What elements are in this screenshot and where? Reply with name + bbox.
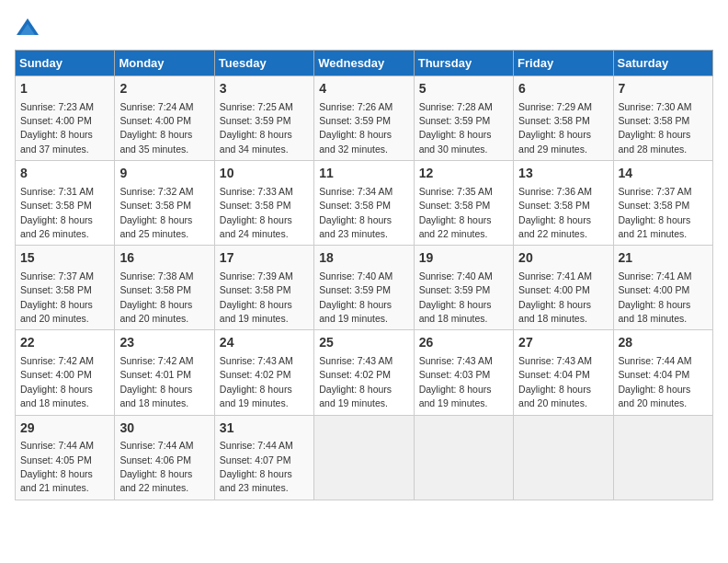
day-info: Sunrise: 7:23 AMSunset: 4:00 PMDaylight:…	[20, 101, 94, 155]
day-info: Sunrise: 7:43 AMSunset: 4:02 PMDaylight:…	[220, 355, 293, 408]
day-info: Sunrise: 7:28 AMSunset: 3:59 PMDaylight:…	[419, 101, 493, 155]
week-row-3: 15Sunrise: 7:37 AMSunset: 3:58 PMDayligh…	[16, 246, 713, 330]
day-info: Sunrise: 7:39 AMSunset: 3:58 PMDaylight:…	[220, 270, 293, 324]
day-cell: 6Sunrise: 7:29 AMSunset: 3:58 PMDaylight…	[514, 76, 613, 161]
day-cell: 7Sunrise: 7:30 AMSunset: 3:58 PMDaylight…	[613, 76, 712, 161]
day-cell: 20Sunrise: 7:41 AMSunset: 4:00 PMDayligh…	[514, 246, 613, 330]
day-cell: 2Sunrise: 7:24 AMSunset: 4:00 PMDaylight…	[115, 76, 214, 161]
day-number: 15	[20, 249, 109, 268]
day-number: 21	[619, 249, 708, 268]
day-info: Sunrise: 7:32 AMSunset: 3:58 PMDaylight:…	[119, 186, 193, 239]
day-info: Sunrise: 7:44 AMSunset: 4:07 PMDaylight:…	[220, 440, 293, 493]
day-cell	[314, 415, 414, 500]
week-row-5: 29Sunrise: 7:44 AMSunset: 4:05 PMDayligh…	[16, 415, 713, 500]
day-number: 25	[319, 334, 408, 352]
day-info: Sunrise: 7:24 AMSunset: 4:00 PMDaylight:…	[119, 101, 193, 155]
day-number: 30	[119, 419, 209, 438]
day-number: 27	[518, 334, 608, 352]
day-cell: 23Sunrise: 7:42 AMSunset: 4:01 PMDayligh…	[115, 330, 214, 415]
day-number: 12	[419, 165, 508, 183]
logo-icon	[15, 15, 40, 40]
day-info: Sunrise: 7:42 AMSunset: 4:00 PMDaylight:…	[20, 355, 94, 408]
day-number: 23	[119, 334, 209, 352]
header-row: SundayMondayTuesdayWednesdayThursdayFrid…	[16, 51, 713, 76]
day-info: Sunrise: 7:40 AMSunset: 3:59 PMDaylight:…	[419, 270, 493, 324]
day-cell	[514, 415, 613, 500]
day-cell: 22Sunrise: 7:42 AMSunset: 4:00 PMDayligh…	[16, 330, 115, 415]
calendar-table: SundayMondayTuesdayWednesdayThursdayFrid…	[15, 50, 713, 500]
day-number: 3	[220, 80, 309, 98]
day-info: Sunrise: 7:34 AMSunset: 3:58 PMDaylight:…	[319, 186, 392, 239]
day-cell: 18Sunrise: 7:40 AMSunset: 3:59 PMDayligh…	[314, 246, 414, 330]
day-info: Sunrise: 7:41 AMSunset: 4:00 PMDaylight:…	[619, 270, 692, 324]
day-cell: 30Sunrise: 7:44 AMSunset: 4:06 PMDayligh…	[115, 415, 214, 500]
header-cell-thursday: Thursday	[414, 51, 513, 76]
day-number: 13	[518, 165, 608, 183]
day-number: 19	[419, 249, 508, 268]
day-cell: 12Sunrise: 7:35 AMSunset: 3:58 PMDayligh…	[414, 161, 513, 246]
day-number: 10	[220, 165, 309, 183]
day-info: Sunrise: 7:31 AMSunset: 3:58 PMDaylight:…	[20, 186, 94, 239]
day-number: 31	[220, 419, 309, 438]
day-number: 16	[119, 249, 209, 268]
day-cell: 15Sunrise: 7:37 AMSunset: 3:58 PMDayligh…	[16, 246, 115, 330]
day-number: 4	[319, 80, 408, 98]
day-info: Sunrise: 7:37 AMSunset: 3:58 PMDaylight:…	[20, 270, 94, 324]
header-cell-tuesday: Tuesday	[214, 51, 313, 76]
day-cell: 14Sunrise: 7:37 AMSunset: 3:58 PMDayligh…	[613, 161, 712, 246]
day-info: Sunrise: 7:30 AMSunset: 3:58 PMDaylight:…	[619, 101, 692, 155]
day-number: 8	[20, 165, 109, 183]
day-number: 11	[319, 165, 408, 183]
day-cell: 27Sunrise: 7:43 AMSunset: 4:04 PMDayligh…	[514, 330, 613, 415]
day-number: 26	[419, 334, 508, 352]
day-cell: 4Sunrise: 7:26 AMSunset: 3:59 PMDaylight…	[314, 76, 414, 161]
day-number: 14	[619, 165, 708, 183]
header-cell-friday: Friday	[514, 51, 613, 76]
day-number: 7	[619, 80, 708, 98]
day-number: 22	[20, 334, 109, 352]
day-number: 20	[518, 249, 608, 268]
day-info: Sunrise: 7:36 AMSunset: 3:58 PMDaylight:…	[518, 186, 592, 239]
header-cell-sunday: Sunday	[16, 51, 115, 76]
day-cell: 17Sunrise: 7:39 AMSunset: 3:58 PMDayligh…	[214, 246, 313, 330]
day-info: Sunrise: 7:43 AMSunset: 4:04 PMDaylight:…	[518, 355, 592, 408]
page-header	[15, 15, 713, 40]
day-number: 17	[220, 249, 309, 268]
day-number: 24	[220, 334, 309, 352]
header-cell-saturday: Saturday	[613, 51, 712, 76]
day-info: Sunrise: 7:29 AMSunset: 3:58 PMDaylight:…	[518, 101, 592, 155]
day-number: 18	[319, 249, 408, 268]
day-cell: 11Sunrise: 7:34 AMSunset: 3:58 PMDayligh…	[314, 161, 414, 246]
day-cell: 10Sunrise: 7:33 AMSunset: 3:58 PMDayligh…	[214, 161, 313, 246]
day-info: Sunrise: 7:43 AMSunset: 4:02 PMDaylight:…	[319, 355, 392, 408]
week-row-4: 22Sunrise: 7:42 AMSunset: 4:00 PMDayligh…	[16, 330, 713, 415]
day-info: Sunrise: 7:43 AMSunset: 4:03 PMDaylight:…	[419, 355, 493, 408]
day-cell: 5Sunrise: 7:28 AMSunset: 3:59 PMDaylight…	[414, 76, 513, 161]
day-number: 2	[119, 80, 209, 98]
day-cell: 21Sunrise: 7:41 AMSunset: 4:00 PMDayligh…	[613, 246, 712, 330]
day-cell: 28Sunrise: 7:44 AMSunset: 4:04 PMDayligh…	[613, 330, 712, 415]
day-cell: 16Sunrise: 7:38 AMSunset: 3:58 PMDayligh…	[115, 246, 214, 330]
header-cell-wednesday: Wednesday	[314, 51, 414, 76]
day-cell: 19Sunrise: 7:40 AMSunset: 3:59 PMDayligh…	[414, 246, 513, 330]
day-info: Sunrise: 7:33 AMSunset: 3:58 PMDaylight:…	[220, 186, 293, 239]
day-info: Sunrise: 7:44 AMSunset: 4:04 PMDaylight:…	[619, 355, 692, 408]
day-info: Sunrise: 7:40 AMSunset: 3:59 PMDaylight:…	[319, 270, 392, 324]
day-cell: 26Sunrise: 7:43 AMSunset: 4:03 PMDayligh…	[414, 330, 513, 415]
day-number: 5	[419, 80, 508, 98]
day-number: 1	[20, 80, 109, 98]
day-cell: 24Sunrise: 7:43 AMSunset: 4:02 PMDayligh…	[214, 330, 313, 415]
day-cell: 29Sunrise: 7:44 AMSunset: 4:05 PMDayligh…	[16, 415, 115, 500]
day-info: Sunrise: 7:35 AMSunset: 3:58 PMDaylight:…	[419, 186, 493, 239]
header-cell-monday: Monday	[115, 51, 214, 76]
day-info: Sunrise: 7:38 AMSunset: 3:58 PMDaylight:…	[119, 270, 193, 324]
day-cell	[414, 415, 513, 500]
day-number: 29	[20, 419, 109, 438]
day-cell	[613, 415, 712, 500]
day-info: Sunrise: 7:42 AMSunset: 4:01 PMDaylight:…	[119, 355, 193, 408]
day-cell: 3Sunrise: 7:25 AMSunset: 3:59 PMDaylight…	[214, 76, 313, 161]
day-info: Sunrise: 7:44 AMSunset: 4:06 PMDaylight:…	[119, 440, 193, 493]
day-info: Sunrise: 7:41 AMSunset: 4:00 PMDaylight:…	[518, 270, 592, 324]
day-info: Sunrise: 7:44 AMSunset: 4:05 PMDaylight:…	[20, 440, 94, 493]
day-number: 28	[619, 334, 708, 352]
